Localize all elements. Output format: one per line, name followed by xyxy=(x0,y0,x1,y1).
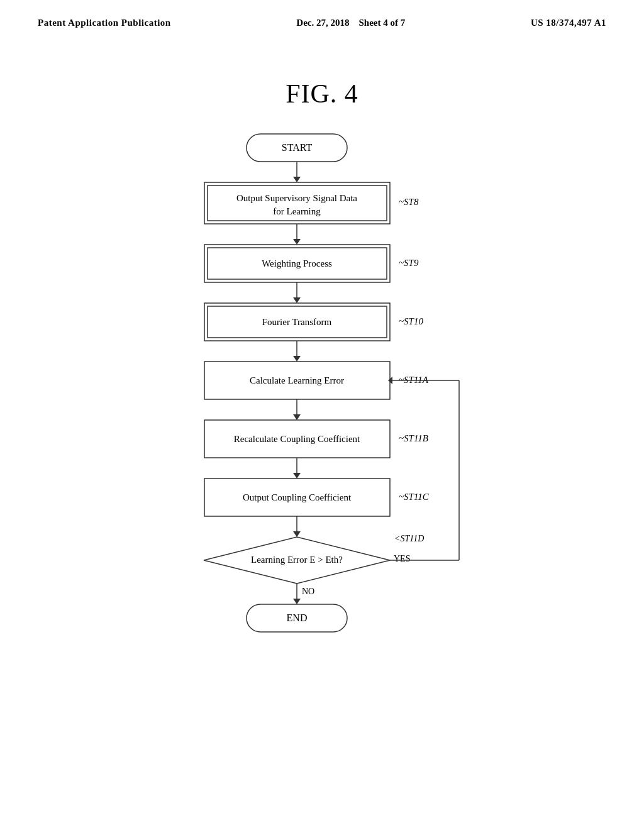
flowchart-spacer xyxy=(0,121,644,650)
header-center: Dec. 27, 2018 Sheet 4 of 7 xyxy=(296,18,405,28)
publication-label: Patent Application Publication xyxy=(38,18,171,28)
header-left: Patent Application Publication xyxy=(38,18,171,28)
date-label: Dec. 27, 2018 xyxy=(296,18,349,28)
sheet-label: Sheet 4 of 7 xyxy=(358,18,405,28)
page: Patent Application Publication Dec. 27, … xyxy=(0,0,644,650)
header: Patent Application Publication Dec. 27, … xyxy=(0,0,644,28)
figure-title: FIG. 4 xyxy=(0,79,644,109)
header-right: US 18/374,497 A1 xyxy=(531,18,606,28)
patent-number: US 18/374,497 A1 xyxy=(531,18,606,28)
